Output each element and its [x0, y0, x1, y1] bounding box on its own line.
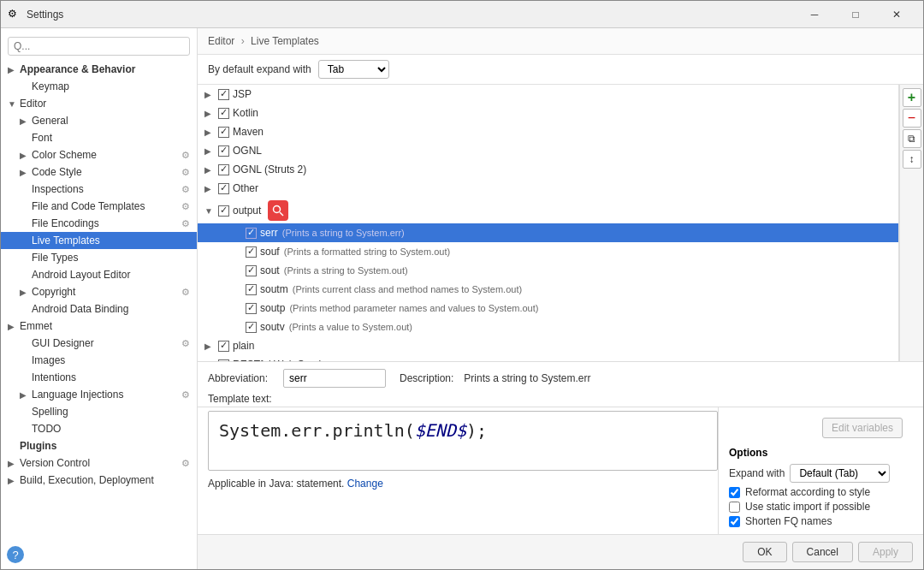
reformat-checkbox[interactable] — [729, 487, 740, 498]
move-button[interactable]: ↕ — [903, 150, 921, 169]
tree-group-other[interactable]: ▶ Other — [198, 179, 898, 198]
sidebar-item-editor[interactable]: ▼ Editor — [1, 95, 197, 112]
group-label: plain — [233, 340, 254, 352]
sidebar-item-android-data-binding[interactable]: Android Data Binding — [1, 300, 197, 318]
group-checkbox[interactable] — [218, 205, 229, 217]
template-code-box[interactable]: System.err.println($END$); — [208, 411, 718, 471]
dialog-buttons: OK Cancel Apply — [198, 534, 923, 569]
sidebar-item-color-scheme[interactable]: ▶ Color Scheme ⚙ — [1, 146, 197, 163]
options-title: Options — [729, 447, 913, 459]
sidebar-item-file-code-templates[interactable]: File and Code Templates ⚙ — [1, 198, 197, 215]
sidebar-item-emmet[interactable]: ▶ Emmet — [1, 318, 197, 335]
static-import-checkbox[interactable] — [729, 502, 740, 513]
tree-group-jsp[interactable]: ▶ JSP — [198, 85, 898, 104]
templates-list: ▶ JSP ▶ Kotlin ▶ — [198, 85, 899, 361]
item-checkbox[interactable] — [246, 322, 257, 333]
add-button[interactable]: + — [903, 88, 921, 107]
close-button[interactable]: ✕ — [877, 2, 916, 27]
item-checkbox[interactable] — [246, 303, 257, 314]
window-controls: ─ □ ✕ — [795, 2, 916, 27]
sidebar-item-language-injections[interactable]: ▶ Language Injections ⚙ — [1, 386, 197, 403]
applicable-row: Applicable in Java: statement. Change — [198, 474, 718, 496]
sidebar-item-file-encodings[interactable]: File Encodings ⚙ — [1, 215, 197, 232]
item-checkbox[interactable]: ✓ — [246, 228, 257, 239]
cancel-button[interactable]: Cancel — [792, 542, 853, 562]
arrow-icon: ▶ — [8, 65, 20, 74]
tree-group-ognl[interactable]: ▶ OGNL — [198, 141, 898, 160]
sidebar-item-version-control[interactable]: ▶ Version Control ⚙ — [1, 454, 197, 472]
tree-item-sout[interactable]: sout (Prints a string to System.out) — [198, 261, 898, 280]
sidebar-item-inspections[interactable]: Inspections ⚙ — [1, 181, 197, 198]
sidebar-label: Live Templates — [32, 235, 100, 246]
expand-select[interactable]: Tab Enter Space — [318, 60, 389, 79]
tree-item-soutp[interactable]: soutp (Prints method parameter names and… — [198, 299, 898, 318]
static-import-row: Use static import if possible — [729, 501, 913, 513]
svg-line-1 — [280, 212, 283, 216]
sidebar-item-file-types[interactable]: File Types — [1, 249, 197, 266]
minimize-button[interactable]: ─ — [795, 2, 834, 27]
applicable-change-link[interactable]: Change — [347, 478, 383, 490]
tree-group-restful[interactable]: ▶ RESTful Web Services — [198, 355, 898, 361]
group-label: OGNL (Struts 2) — [233, 163, 306, 175]
sidebar-label: Build, Execution, Deployment — [20, 474, 154, 486]
shorten-fq-checkbox[interactable] — [729, 516, 740, 527]
tree-item-soutv[interactable]: soutv (Prints a value to System.out) — [198, 318, 898, 336]
remove-button[interactable]: − — [903, 109, 921, 128]
sidebar-label: Emmet — [20, 320, 52, 332]
sidebar-item-font[interactable]: Font — [1, 129, 197, 146]
applicable-label: Applicable in — [208, 478, 269, 490]
group-checkbox[interactable] — [218, 127, 229, 138]
tree-item-serr[interactable]: ✓ serr (Prints a string to System.err) — [198, 223, 898, 242]
group-checkbox[interactable] — [218, 359, 229, 362]
sidebar-item-todo[interactable]: TODO — [1, 420, 197, 437]
group-checkbox[interactable] — [218, 164, 229, 175]
sidebar-item-gui-designer[interactable]: GUI Designer ⚙ — [1, 335, 197, 352]
sidebar-item-plugins[interactable]: Plugins — [1, 437, 197, 454]
applicable-context: Java: statement. — [269, 478, 344, 490]
edit-variables-button[interactable]: Edit variables — [822, 418, 903, 438]
sidebar-item-build-execution[interactable]: ▶ Build, Execution, Deployment — [1, 472, 197, 489]
group-checkbox[interactable] — [218, 341, 229, 352]
tree-group-maven[interactable]: ▶ Maven — [198, 122, 898, 141]
sidebar-item-intentions[interactable]: Intentions — [1, 369, 197, 386]
expand-toolbar: By default expand with Tab Enter Space — [198, 55, 923, 85]
search-input[interactable] — [8, 37, 190, 56]
item-desc: (Prints a value to System.out) — [287, 322, 412, 332]
sidebar-item-android-layout[interactable]: Android Layout Editor — [1, 266, 197, 283]
expand-label: By default expand with — [208, 63, 311, 75]
group-checkbox[interactable] — [218, 145, 229, 157]
settings-icon: ⚙ — [181, 338, 190, 349]
sidebar-item-spelling[interactable]: Spelling — [1, 403, 197, 420]
sidebar-item-code-style[interactable]: ▶ Code Style ⚙ — [1, 163, 197, 181]
sidebar-item-copyright[interactable]: ▶ Copyright ⚙ — [1, 283, 197, 300]
group-checkbox[interactable] — [218, 89, 229, 100]
settings-icon: ⚙ — [181, 201, 190, 212]
group-checkbox[interactable] — [218, 183, 229, 194]
expand-with-select[interactable]: Default (Tab) Tab Enter Space — [790, 464, 890, 483]
tree-group-kotlin[interactable]: ▶ Kotlin — [198, 104, 898, 122]
apply-button[interactable]: Apply — [858, 542, 913, 562]
group-checkbox[interactable] — [218, 108, 229, 119]
abbreviation-input[interactable] — [283, 369, 386, 388]
tree-item-souf[interactable]: souf (Prints a formatted string to Syste… — [198, 242, 898, 261]
copy-button[interactable]: ⧉ — [903, 129, 921, 148]
maximize-button[interactable]: □ — [836, 2, 875, 27]
sidebar-item-live-templates[interactable]: Live Templates — [1, 232, 197, 249]
ok-button[interactable]: OK — [743, 542, 786, 562]
item-checkbox[interactable] — [246, 246, 257, 258]
sidebar-item-general[interactable]: ▶ General — [1, 112, 197, 129]
tree-item-soutm[interactable]: soutm (Prints current class and method n… — [198, 280, 898, 299]
item-checkbox[interactable] — [246, 265, 257, 276]
sidebar-item-images[interactable]: Images — [1, 352, 197, 369]
help-button[interactable]: ? — [7, 546, 24, 563]
sidebar-label: Android Layout Editor — [32, 269, 130, 281]
sidebar-item-keymap[interactable]: Keymap — [1, 78, 197, 95]
tree-group-ognl-struts[interactable]: ▶ OGNL (Struts 2) — [198, 160, 898, 179]
settings-icon: ⚙ — [181, 184, 190, 195]
arrow-icon: ▶ — [20, 116, 32, 126]
item-checkbox[interactable] — [246, 284, 257, 295]
sidebar-item-appearance[interactable]: ▶ Appearance & Behavior — [1, 61, 197, 78]
tree-group-plain[interactable]: ▶ plain — [198, 336, 898, 355]
title-bar: ⚙ Settings ─ □ ✕ — [1, 1, 923, 28]
tree-group-output[interactable]: ▼ output — [198, 198, 898, 223]
